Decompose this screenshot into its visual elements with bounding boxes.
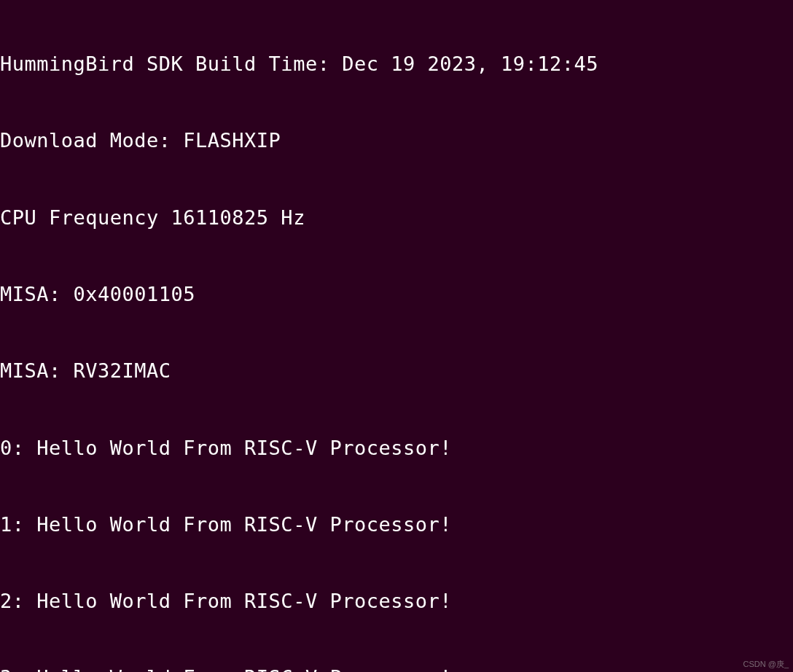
- misa-isa-line: MISA: RV32IMAC: [0, 358, 793, 383]
- hello-line: 2: Hello World From RISC-V Processor!: [0, 588, 793, 614]
- hello-line: 1: Hello World From RISC-V Processor!: [0, 512, 793, 537]
- hello-line: 3: Hello World From RISC-V Processor!: [0, 665, 793, 672]
- download-mode-line: Download Mode: FLASHXIP: [0, 128, 793, 153]
- watermark-text: CSDN @庚_: [743, 659, 789, 669]
- terminal-output[interactable]: HummingBird SDK Build Time: Dec 19 2023,…: [0, 0, 793, 672]
- cpu-frequency-line: CPU Frequency 16110825 Hz: [0, 205, 793, 230]
- misa-hex-line: MISA: 0x40001105: [0, 281, 793, 307]
- hello-line: 0: Hello World From RISC-V Processor!: [0, 435, 793, 461]
- build-time-line: HummingBird SDK Build Time: Dec 19 2023,…: [0, 51, 793, 77]
